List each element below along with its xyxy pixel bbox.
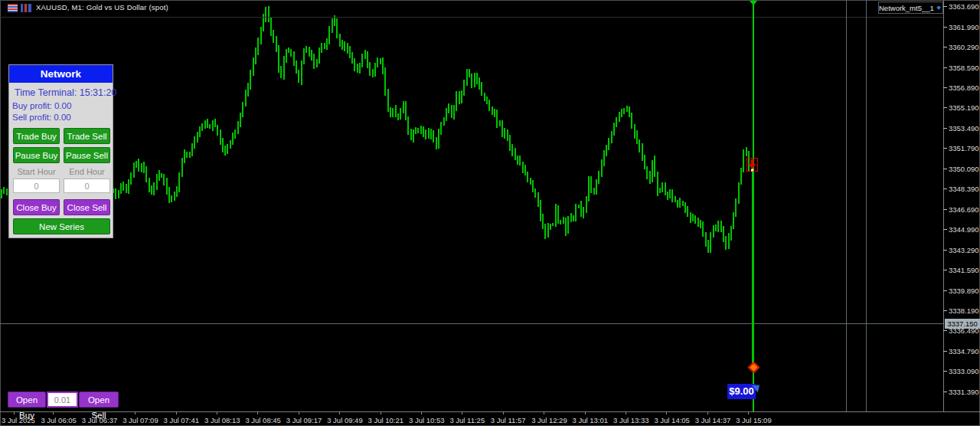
- time-axis-label: 3 Jul 14:37: [695, 416, 730, 424]
- candle-bar: [349, 46, 351, 58]
- candle-bar: [639, 139, 640, 152]
- price-axis-tick: [943, 392, 947, 392]
- candle-bar: [654, 156, 655, 178]
- candle-bar: [318, 48, 320, 63]
- candle-bar: [423, 126, 424, 136]
- candle-bar: [288, 48, 289, 53]
- candle-bar: [1, 189, 2, 198]
- candle-bar: [6, 188, 8, 195]
- pause-sell-button[interactable]: Pause Sell: [64, 147, 110, 163]
- candle-bar: [309, 47, 310, 57]
- time-axis-tick: [544, 412, 544, 415]
- price-axis-tick: [943, 148, 947, 149]
- candle-bar: [619, 112, 620, 123]
- time-axis-tick: [217, 412, 217, 415]
- candle-bar: [631, 113, 632, 129]
- candle-bar: [217, 125, 218, 136]
- candle-bar: [181, 158, 183, 178]
- trade-sell-button[interactable]: Trade Sell: [64, 128, 110, 144]
- pause-buy-button[interactable]: Pause Buy: [13, 147, 60, 163]
- candle-bar: [702, 221, 704, 237]
- start-hour-input[interactable]: [13, 179, 60, 193]
- time-axis-label: 3 Jul 08:13: [204, 416, 240, 424]
- candle-bar: [387, 89, 389, 112]
- candle-bar: [417, 128, 419, 133]
- candle-bar: [313, 54, 315, 69]
- candle-bar: [555, 204, 557, 227]
- candle-bar: [237, 121, 239, 134]
- candle-bar: [575, 204, 577, 221]
- candle-bar: [222, 138, 224, 153]
- candle-bar: [122, 182, 124, 191]
- price-axis-tick: [943, 6, 947, 7]
- price-axis-label: 3334.790: [949, 347, 979, 356]
- candle-bar: [141, 163, 142, 172]
- candle-bar: [537, 192, 539, 207]
- price-axis-label: 3350.090: [949, 165, 979, 173]
- candle-bar: [603, 150, 605, 166]
- title-underline: [0, 17, 943, 18]
- candle-bar: [303, 48, 305, 65]
- candle-bar: [730, 226, 732, 241]
- end-hour-input[interactable]: [64, 179, 110, 193]
- candle-bar: [636, 130, 638, 144]
- lot-size-input[interactable]: [47, 392, 78, 408]
- candle-bar: [578, 205, 580, 209]
- candle-bar: [459, 91, 460, 103]
- candle-bar: [143, 162, 145, 173]
- candle-bar: [326, 38, 328, 50]
- open-buy-button[interactable]: Open Buy: [8, 392, 46, 408]
- candle-bar: [580, 201, 582, 217]
- candle-bar: [351, 52, 353, 64]
- candle-bar: [679, 198, 681, 208]
- candle-bar: [542, 214, 544, 229]
- price-axis-tick: [943, 27, 947, 28]
- candle-bar: [311, 50, 312, 61]
- trade-buy-button[interactable]: Trade Buy: [13, 128, 60, 144]
- candle-bar: [168, 187, 170, 204]
- time-axis-label: 3 Jul 15:09: [736, 416, 771, 424]
- candle-bar: [563, 217, 564, 223]
- candle-bar: [471, 74, 472, 88]
- time-axis-label: 3 Jul 08:45: [245, 416, 280, 424]
- candlestick-chart: [0, 0, 943, 411]
- candle-bar: [166, 178, 168, 194]
- candle-bar: [738, 182, 740, 204]
- ea-name-label: Network_mt5__1: [879, 4, 934, 12]
- candle-bar: [606, 145, 607, 156]
- price-axis-tick: [943, 270, 947, 270]
- close-sell-button[interactable]: Close Sell: [64, 199, 110, 215]
- candle-bar: [436, 137, 437, 149]
- candle-bar: [547, 223, 549, 238]
- candle-bar: [390, 107, 391, 117]
- close-buy-button[interactable]: Close Buy: [13, 199, 60, 215]
- candle-bar: [384, 67, 386, 95]
- candle-bar: [382, 57, 384, 74]
- candle-bar: [448, 103, 449, 113]
- time-axis-tick: [176, 412, 177, 415]
- candle-bar: [476, 73, 478, 84]
- candle-bar: [301, 61, 302, 85]
- ea-hat-icon: [936, 4, 941, 12]
- candle-bar: [532, 180, 534, 193]
- price-axis-label: 3338.190: [949, 306, 979, 315]
- candle-bar: [276, 36, 277, 52]
- profit-label: $9.00: [727, 384, 756, 399]
- price-axis-label: 3355.190: [949, 103, 979, 112]
- candle-bar: [255, 48, 256, 64]
- candle-bar: [232, 133, 234, 144]
- candle-bar: [344, 41, 345, 51]
- candle-bar: [492, 106, 493, 115]
- price-axis-label: 3356.890: [949, 84, 979, 92]
- time-axis-label: 3 Jul 14:05: [654, 416, 689, 424]
- candle-bar: [321, 43, 322, 53]
- time-axis-tick: [626, 412, 626, 415]
- candle-bar: [552, 223, 554, 227]
- candle-bar: [286, 49, 287, 64]
- open-sell-button[interactable]: Open Sell: [79, 392, 119, 408]
- candle-bar: [400, 108, 401, 120]
- new-series-button[interactable]: New Series: [13, 218, 110, 234]
- candle-bar: [446, 108, 447, 121]
- candle-bar: [728, 233, 730, 249]
- candle-bar: [430, 129, 432, 139]
